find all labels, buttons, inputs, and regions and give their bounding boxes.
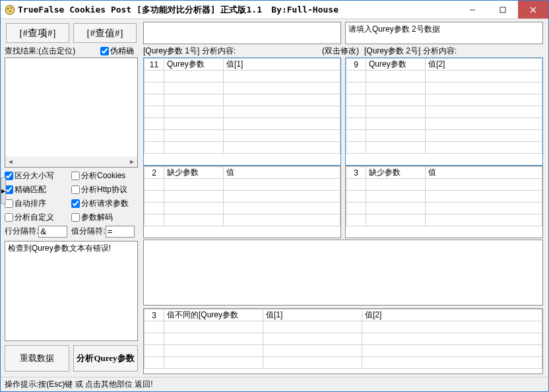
- options-panel: 区分大小写 分析Cookies 精确匹配 分析Http协议 自动排序 分析请求参…: [3, 168, 139, 238]
- app-icon: [5, 5, 15, 15]
- grid-hint: (双击修改): [322, 46, 359, 57]
- result-label: 查找结果:(点击定位): [5, 46, 75, 57]
- val-sep-input[interactable]: [106, 226, 135, 238]
- app-window: TrueFalse Cookies Post [多功能对比分析器] 正式版1.1…: [0, 0, 549, 392]
- input-1[interactable]: [143, 22, 341, 44]
- svg-point-0: [5, 5, 15, 15]
- fake-exact-checkbox[interactable]: [100, 47, 109, 55]
- grid1-header: [Qurey参数 1号] 分析内容:: [143, 46, 322, 57]
- result-list[interactable]: ◄ ►: [5, 57, 138, 168]
- diff-lower-grid[interactable]: 3值不同的[Qurey参数值[1]值[2]: [143, 308, 543, 374]
- row-sep-input[interactable]: [38, 226, 67, 238]
- grid-4[interactable]: 3缺少参数值: [345, 166, 543, 238]
- grid2-header: [Qurey参数 2号] 分析内容:: [364, 46, 543, 57]
- decode-checkbox[interactable]: [71, 213, 80, 222]
- status-bar: 操作提示:按(Esc)键 或 点击其他部位 返回!: [1, 377, 548, 391]
- analyze-button[interactable]: 分析Qurey参数: [73, 345, 138, 372]
- titlebar[interactable]: TrueFalse Cookies Post [多功能对比分析器] 正式版1.1…: [1, 1, 548, 19]
- grid-3[interactable]: 2缺少参数值: [143, 166, 341, 238]
- scroll-right-icon[interactable]: ►: [127, 156, 137, 167]
- cookies-checkbox[interactable]: [71, 172, 80, 180]
- scroll-left-icon[interactable]: ◄: [5, 156, 16, 167]
- maximize-button[interactable]: [488, 1, 518, 18]
- row-sep-label: 行分隔符:: [5, 226, 38, 237]
- error-message: 检查到Qurey参数文本有错误!: [5, 241, 138, 341]
- minimize-button[interactable]: [457, 1, 488, 18]
- lookup-key-button[interactable]: [#查项#]: [6, 23, 69, 43]
- svg-point-2: [11, 7, 12, 9]
- scrollbar-horizontal[interactable]: ◄ ►: [5, 156, 137, 167]
- expand-handle[interactable]: ▶: [1, 178, 6, 204]
- client-area: ▶ [#查项#] [#查值#] 查找结果:(点击定位) 伪精确 ◄ ►: [1, 19, 548, 377]
- window-author: By:Full-House: [271, 5, 339, 15]
- grid-1[interactable]: 11Qurey参数值[1]: [143, 57, 341, 166]
- right-panel: 请填入Qurey参数 2号数据 [Qurey参数 1号] 分析内容: (双击修改…: [143, 22, 543, 238]
- window-title: TrueFalse Cookies Post [多功能对比分析器] 正式版1.1: [18, 4, 262, 16]
- reload-button[interactable]: 重载数据: [5, 345, 69, 372]
- diff-panel: 3值不同的[Qurey参数值[1]值[2]: [143, 240, 543, 374]
- input-2[interactable]: 请填入Qurey参数 2号数据: [345, 22, 543, 44]
- val-sep-label: 值分隔符:: [71, 226, 105, 237]
- http-checkbox[interactable]: [71, 185, 80, 194]
- reqparam-checkbox[interactable]: [71, 199, 80, 208]
- grid-2[interactable]: 9Qurey参数值[2]: [345, 57, 543, 166]
- svg-point-1: [7, 8, 9, 9]
- custom-checkbox[interactable]: [5, 213, 13, 222]
- error-panel: 检查到Qurey参数文本有错误! 重载数据 分析Qurey参数: [3, 240, 139, 374]
- svg-point-3: [9, 11, 11, 12]
- status-text: 操作提示:按(Esc)键 或 点击其他部位 返回!: [5, 379, 153, 390]
- diff-upper-grid[interactable]: [143, 240, 543, 306]
- svg-rect-5: [500, 7, 505, 13]
- close-button[interactable]: [518, 1, 548, 18]
- lookup-value-button[interactable]: [#查值#]: [73, 23, 137, 43]
- left-panel: [#查项#] [#查值#] 查找结果:(点击定位) 伪精确 ◄ ►: [3, 22, 139, 238]
